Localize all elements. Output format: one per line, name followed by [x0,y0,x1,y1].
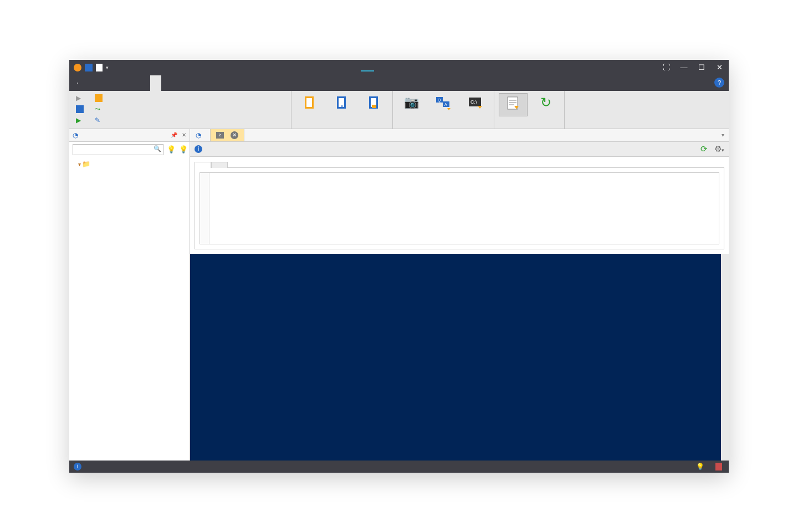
search-input[interactable] [73,144,163,155]
nav-tree[interactable]: ▾📁 [69,157,190,461]
command-tasks-button[interactable]: C:\ [462,93,489,115]
group-tasks [397,125,489,127]
group-view [499,125,560,127]
svg-rect-11 [372,105,376,108]
svg-rect-3 [78,83,78,84]
search-icon[interactable]: 🔍 [154,145,161,152]
menu-help[interactable] [139,75,150,91]
gear-icon[interactable]: ⚙▾ [714,144,724,154]
connect-options-button[interactable]: ⤳ [93,104,107,114]
svg-rect-0 [77,83,78,83]
navigation-panel: ◔ 📌✕ 🔍 💡 💡 ★ ▾📁 [69,129,190,461]
tab-close-icon[interactable]: ✕ [231,131,238,139]
svg-rect-5 [306,98,312,107]
svg-marker-19 [478,106,482,109]
bulb-on-icon[interactable]: 💡 [167,145,176,154]
svg-text:A: A [340,104,344,110]
menu-bar: ? [69,75,729,91]
script-panel-button[interactable] [499,93,528,116]
disconnect-button[interactable] [74,104,88,114]
auto-refresh-button[interactable]: ↻ [532,93,560,115]
svg-text:A: A [444,103,447,106]
menu-home[interactable] [84,75,95,91]
status-bar: i 💡 [69,461,729,473]
fullscreen-icon[interactable]: ⛶ [662,63,670,71]
screenshot-clipboard-button[interactable] [360,93,388,115]
tab-dashboard[interactable]: ◔ [190,129,211,141]
save-screenshot-button[interactable]: 📷 [397,93,425,115]
console-output[interactable] [190,254,729,461]
info-bar: i ⟳ ⚙▾ [190,142,729,157]
tab-parameters[interactable] [211,162,228,168]
type-clipboard-button[interactable]: A [328,93,356,115]
document-tabs: ◔ ≥✕ ▾ [190,129,729,142]
group-clipboard [296,125,388,127]
menu-edit[interactable] [95,75,106,91]
maximize-icon[interactable]: ☐ [698,63,705,71]
change-button[interactable]: ✎ [93,115,107,125]
license-icon [715,463,722,470]
ribbon: ▶ ▶ ⤳ ✎ A 📷 QA [69,91,729,129]
bulb-status-icon[interactable]: 💡 [696,463,704,470]
code-editor[interactable] [200,172,719,244]
menu-view[interactable] [128,75,139,91]
info-icon: i [195,145,202,153]
title-tab-royalts[interactable] [396,64,410,71]
bulb-off-icon[interactable]: 💡 [179,145,188,154]
refresh-icon[interactable]: ⟳ [700,144,708,154]
menu-data[interactable] [117,75,128,91]
group-common-actions [74,125,287,127]
app-icon [74,64,81,71]
menu-actions[interactable] [150,75,161,91]
reconnect-button[interactable]: ▶ [74,115,88,125]
key-sequence-button[interactable]: QA [429,93,457,115]
svg-text:Q: Q [438,98,441,103]
save-icon[interactable] [85,64,93,71]
tab-script[interactable] [195,162,211,168]
copy-clipboard-button[interactable] [296,93,324,115]
status-info-icon: i [74,463,81,470]
connect-button[interactable]: ▶ [74,93,88,103]
console-scrollbar[interactable] [721,254,729,461]
window-controls: ⛶ — ☐ ✕ [657,63,729,71]
help-icon[interactable]: ? [714,78,724,88]
title-bar: ▾ ⛶ — ☐ ✕ [69,60,729,75]
title-tab-powershell[interactable] [361,64,374,71]
svg-rect-2 [77,83,78,84]
nav-close[interactable]: ✕ [182,132,186,138]
menu-app[interactable] [71,75,84,91]
new-page-icon[interactable] [96,64,103,71]
close-icon[interactable]: ✕ [715,63,723,71]
connect-template-button[interactable] [93,93,107,103]
svg-rect-1 [78,83,78,83]
menu-templates[interactable] [106,75,117,91]
svg-marker-16 [447,108,451,110]
tab-colors[interactable]: ≥✕ [211,129,244,141]
minimize-icon[interactable]: — [680,63,688,71]
pin-icon[interactable]: 📌 [171,132,177,138]
tab-dropdown[interactable]: ▾ [717,132,729,138]
qat-dropdown[interactable]: ▾ [106,65,109,70]
svg-text:C:\: C:\ [470,99,477,105]
